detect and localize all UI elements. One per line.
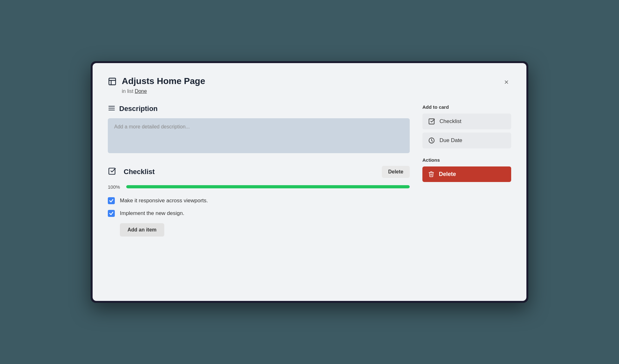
actions-section: Actions Delete — [422, 157, 511, 182]
delete-action-button[interactable]: Delete — [422, 166, 511, 182]
description-input[interactable] — [108, 118, 410, 153]
due-date-label: Due Date — [440, 137, 462, 144]
description-icon — [108, 104, 115, 113]
checklist-items-list: Make it responsive across viewports. Imp… — [108, 197, 410, 217]
modal-wrapper: Adjusts Home Page in list Done × — [91, 61, 528, 303]
checklist-sidebar-button[interactable]: Checklist — [422, 114, 511, 129]
checklist-item-2-text: Implement the new design. — [120, 210, 184, 217]
progress-bar-background — [126, 185, 410, 188]
trash-icon — [428, 171, 434, 177]
checklist-header-left: Checklist — [108, 167, 155, 177]
modal-title-area: Adjusts Home Page in list Done — [122, 76, 502, 94]
checkbox-2[interactable] — [108, 210, 115, 217]
modal-dialog: Adjusts Home Page in list Done × — [93, 63, 526, 301]
description-title: Description — [119, 105, 158, 113]
progress-label: 100% — [108, 184, 121, 190]
add-item-button[interactable]: Add an item — [120, 223, 164, 237]
list-link[interactable]: Done — [135, 88, 147, 94]
actions-title: Actions — [422, 157, 511, 163]
svg-rect-5 — [429, 119, 434, 124]
subtitle-prefix: in list — [122, 88, 135, 94]
checklist-item-2: Implement the new design. — [108, 210, 410, 217]
svg-rect-0 — [109, 78, 116, 85]
main-content: Description — [108, 104, 410, 248]
modal-title: Adjusts Home Page — [122, 76, 502, 87]
checklist-title: Checklist — [124, 168, 155, 176]
progress-bar-fill — [126, 185, 410, 188]
checklist-icon — [108, 167, 116, 177]
modal-subtitle: in list Done — [122, 88, 502, 94]
checklist-item-1-text: Make it responsive across viewports. — [120, 198, 208, 204]
due-date-button[interactable]: Due Date — [422, 133, 511, 148]
add-to-card-title: Add to card — [422, 104, 511, 110]
svg-rect-4 — [109, 168, 115, 174]
due-date-icon — [428, 137, 435, 144]
checklist-section: Checklist Delete 100% — [108, 166, 410, 237]
modal-body: Description — [108, 104, 511, 248]
card-icon — [108, 77, 117, 87]
description-header: Description — [108, 104, 410, 113]
close-button[interactable]: × — [502, 76, 511, 88]
progress-row: 100% — [108, 184, 410, 190]
description-section: Description — [108, 104, 410, 154]
modal-header: Adjusts Home Page in list Done × — [108, 76, 511, 94]
delete-action-label: Delete — [439, 171, 456, 178]
checklist-header-row: Checklist Delete — [108, 166, 410, 178]
checklist-item: Make it responsive across viewports. — [108, 197, 410, 204]
checklist-sidebar-label: Checklist — [440, 118, 461, 125]
checklist-sidebar-icon — [428, 118, 435, 125]
checklist-delete-button[interactable]: Delete — [382, 166, 410, 178]
checkbox-1[interactable] — [108, 197, 115, 204]
sidebar-content: Add to card Checklist Due Dat — [422, 104, 511, 248]
screen-background: Adjusts Home Page in list Done × — [0, 0, 619, 364]
